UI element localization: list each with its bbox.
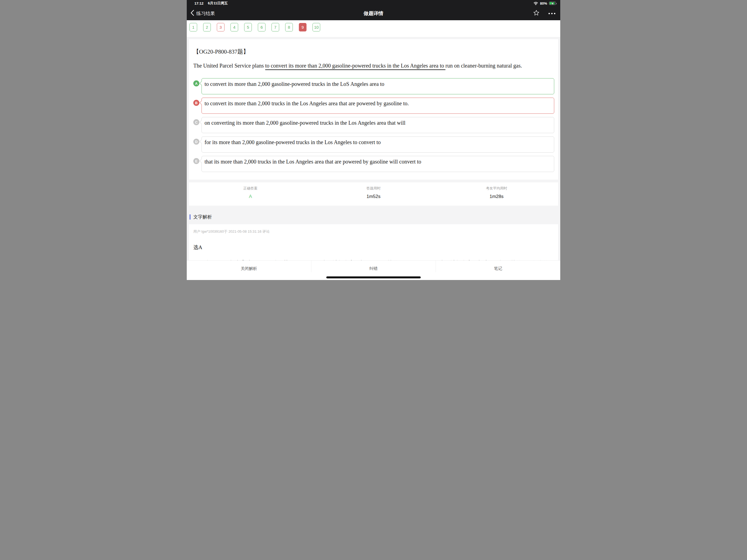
status-time: 17:12 (195, 1, 203, 5)
stat-average-time-label: 考友平均用时 (435, 186, 558, 191)
question-number-2[interactable]: 2 (203, 23, 211, 31)
option-d-text: for its more than 2,000 gasoline-powered… (202, 136, 554, 153)
question-text-underlined: to convert its more than 2,000 gasoline-… (265, 62, 445, 70)
question-number-9-current[interactable]: 9 (299, 23, 307, 31)
stats-card: 正确答案 A 答题用时 1m52s 考友平均用时 1m28s (189, 182, 558, 206)
notes-button[interactable]: 笔记 (436, 261, 560, 280)
question-number-5[interactable]: 5 (244, 23, 252, 31)
option-e: E that its more than 2,000 trucks in the… (193, 156, 554, 172)
option-d-badge: D (193, 138, 199, 145)
question-number-7[interactable]: 7 (272, 23, 279, 31)
option-c: C on converting its more than 2,000 gaso… (193, 117, 554, 133)
battery-percent: 80% (540, 1, 547, 5)
question-detail-page: 17:12 6月11日周五 80% (187, 0, 560, 280)
option-e-badge: E (193, 158, 199, 164)
option-c-text: on converting its more than 2,000 gasoli… (202, 117, 554, 133)
accent-bar (189, 214, 190, 220)
option-b: B to convert its more than 2,000 trucks … (193, 98, 554, 114)
question-number-10[interactable]: 10 (312, 23, 320, 31)
question-text-after: run on cleaner-burning natural gas. (445, 62, 522, 69)
option-c-badge: C (193, 119, 199, 125)
answer-line: 选A (193, 244, 554, 251)
analysis-section-header: 文字解析 (189, 214, 558, 220)
options-list: A to convert its more than 2,000 gasolin… (193, 78, 554, 172)
stat-correct-answer-label: 正确答案 (189, 186, 312, 191)
question-number-6[interactable]: 6 (258, 23, 265, 31)
stat-average-time: 考友平均用时 1m28s (435, 186, 558, 206)
chevron-left-icon (190, 10, 194, 17)
question-tag: 【OG20-P800-837题】 (193, 48, 554, 55)
question-number-8[interactable]: 8 (285, 23, 293, 31)
stat-correct-answer-value: A (189, 194, 312, 199)
stat-time-used-value: 1m52s (312, 194, 435, 199)
option-e-text: that its more than 2,000 trucks in the L… (202, 156, 554, 172)
stat-time-used-label: 答题用时 (312, 186, 435, 191)
question-text: The United Parcel Service plans to conve… (193, 62, 554, 70)
option-a-text: to convert its more than 2,000 gasoline-… (202, 78, 554, 94)
question-card: 【OG20-P800-837题】 The United Parcel Servi… (189, 39, 558, 180)
option-b-text: to convert its more than 2,000 trucks in… (202, 98, 554, 114)
stat-correct-answer: 正确答案 A (189, 186, 312, 206)
page-title: 做题详情 (187, 10, 560, 17)
stat-time-used: 答题用时 1m52s (312, 186, 435, 206)
stat-average-time-value: 1m28s (435, 194, 558, 199)
home-indicator[interactable] (327, 276, 421, 278)
more-menu-button[interactable] (548, 13, 555, 14)
option-a-badge: A (193, 80, 199, 86)
status-bar: 17:12 6月11日周五 80% (187, 0, 560, 6)
option-d: D for its more than 2,000 gasoline-power… (193, 136, 554, 153)
status-date: 6月11日周五 (208, 1, 228, 6)
option-b-badge: B (193, 100, 199, 106)
nav-bar: 练习结果 做题详情 (187, 6, 560, 20)
wifi-icon (534, 2, 538, 5)
back-label: 练习结果 (196, 10, 215, 17)
top-dark-area: 17:12 6月11日周五 80% (187, 0, 560, 20)
star-favorite-button[interactable] (533, 9, 540, 17)
battery-charging-icon (549, 2, 556, 5)
question-number-strip: 1 2 3 4 5 6 7 8 9 10 (187, 20, 560, 37)
analysis-section-title: 文字解析 (193, 214, 212, 220)
close-analysis-button[interactable]: 关闭解析 (187, 261, 311, 280)
question-number-1[interactable]: 1 (189, 23, 197, 31)
back-button[interactable]: 练习结果 (187, 10, 215, 17)
option-a: A to convert its more than 2,000 gasolin… (193, 78, 554, 94)
question-number-4[interactable]: 4 (231, 23, 238, 31)
question-number-3[interactable]: 3 (217, 23, 225, 31)
comment-meta: 用户 lgw*10039160于 2021-05-08 15:31:16 评论 (193, 229, 554, 234)
question-text-before: The United Parcel Service plans (193, 62, 265, 69)
bottom-action-bar: 关闭解析 纠错 笔记 (187, 260, 560, 280)
